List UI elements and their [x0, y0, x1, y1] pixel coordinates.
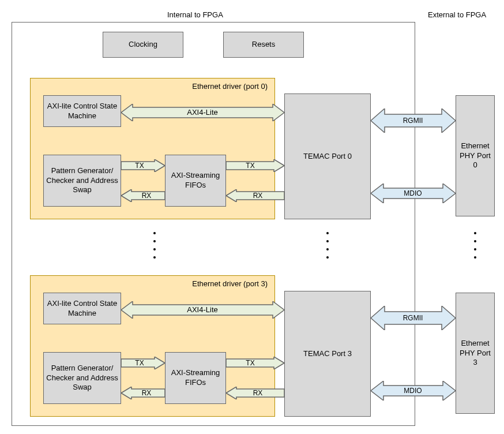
driver0-pattern: Pattern Generator/ Checker and Address S… [43, 155, 121, 207]
diagram-canvas: Internal to FPGA External to FPGA Clocki… [0, 0, 504, 434]
driver0-mdio-arrow: MDIO [371, 184, 456, 203]
driver3-axi-sm: AXI-lite Control State Machine [43, 293, 121, 324]
driver3-mdio-text: MDIO [404, 387, 422, 395]
dots-left [153, 232, 156, 259]
driver3-rx1-arrow: RX [121, 387, 165, 399]
driver0-axi4lite-arrow: AXI4-Lite [121, 104, 284, 121]
driver0-title: Ethernet driver (port 0) [192, 82, 268, 92]
resets-block: Resets [223, 32, 304, 58]
dots-right [474, 232, 476, 259]
phy3-block: Ethernet PHY Port 3 [456, 293, 495, 414]
temac0-label: TEMAC Port 0 [303, 152, 352, 162]
resets-label: Resets [252, 40, 275, 50]
clocking-label: Clocking [129, 40, 157, 50]
driver0-axi4lite-text: AXI4-Lite [187, 108, 217, 117]
driver0-rgmii-text: RGMII [403, 117, 423, 125]
temac3-block: TEMAC Port 3 [284, 291, 371, 417]
svg-marker-3 [226, 159, 284, 172]
driver3-tx1-text: TX [135, 359, 144, 367]
driver3-axi-sm-label: AXI-lite Control State Machine [46, 299, 118, 319]
driver0-tx2-text: TX [246, 162, 254, 170]
external-title: External to FPGA [428, 10, 486, 19]
driver3-pattern-label: Pattern Generator/ Checker and Address S… [46, 364, 118, 393]
driver0-pattern-label: Pattern Generator/ Checker and Address S… [46, 166, 118, 196]
driver0-fifos: AXI-Streaming FIFOs [165, 155, 226, 207]
temac0-block: TEMAC Port 0 [284, 93, 371, 219]
driver3-pattern: Pattern Generator/ Checker and Address S… [43, 352, 121, 404]
driver3-fifos-label: AXI-Streaming FIFOs [168, 368, 223, 388]
driver3-axi4lite-arrow: AXI4-Lite [121, 301, 284, 319]
driver0-mdio-text: MDIO [404, 189, 422, 197]
driver0-fifos-label: AXI-Streaming FIFOs [168, 171, 223, 190]
temac3-label: TEMAC Port 3 [303, 349, 352, 359]
driver3-rx2-arrow: RX [226, 387, 284, 399]
phy0-block: Ethernet PHY Port 0 [456, 95, 495, 216]
phy3-label: Ethernet PHY Port 3 [458, 339, 492, 368]
svg-marker-10 [226, 357, 284, 369]
driver0-tx1-text: TX [135, 162, 144, 170]
driver3-rx1-text: RX [142, 389, 152, 397]
driver3-rx2-text: RX [253, 389, 263, 397]
driver3-tx1-arrow: TX [121, 357, 165, 369]
driver3-fifos: AXI-Streaming FIFOs [165, 352, 226, 404]
driver3-rgmii-arrow: RGMII [371, 306, 456, 330]
driver0-rx2-arrow: RX [226, 189, 284, 202]
driver0-tx1-arrow: TX [121, 159, 165, 172]
driver0-axi-sm: AXI-lite Control State Machine [43, 95, 121, 127]
phy0-label: Ethernet PHY Port 0 [458, 141, 492, 171]
driver3-mdio-arrow: MDIO [371, 381, 456, 401]
driver0-rx2-text: RX [253, 192, 263, 200]
internal-title: Internal to FPGA [167, 10, 223, 19]
driver3-title: Ethernet driver (port 3) [192, 279, 268, 289]
clocking-block: Clocking [103, 32, 183, 58]
driver0-rx1-arrow: RX [121, 189, 165, 202]
driver0-rx1-text: RX [142, 192, 152, 200]
driver0-axi-sm-label: AXI-lite Control State Machine [46, 102, 118, 121]
driver3-tx2-text: TX [246, 359, 254, 367]
dots-mid [326, 232, 329, 259]
driver0-rgmii-arrow: RGMII [371, 108, 456, 133]
driver0-tx2-arrow: TX [226, 159, 284, 172]
driver3-tx2-arrow: TX [226, 357, 284, 369]
driver3-axi4lite-text: AXI4-Lite [187, 305, 217, 314]
driver3-rgmii-text: RGMII [403, 314, 423, 322]
